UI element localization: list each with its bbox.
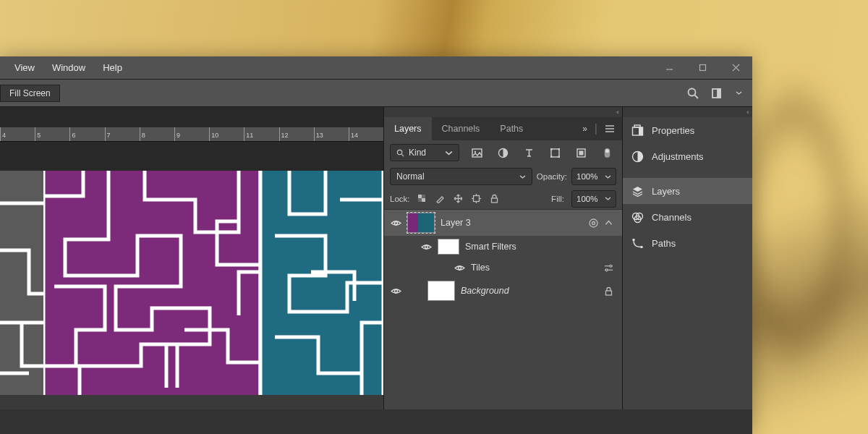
ruler-tick: 6	[69, 127, 104, 141]
layer-filter-row: Kind	[384, 140, 622, 165]
svg-point-46	[610, 265, 612, 267]
chevron-up-icon[interactable]	[604, 218, 613, 228]
side-item-layers[interactable]: Layers	[623, 178, 752, 204]
side-item-paths[interactable]: Paths	[623, 230, 752, 256]
workspace: 4 5 6 7 8 9 10 11 12 13 14	[0, 107, 752, 409]
horizontal-ruler[interactable]: 4 5 6 7 8 9 10 11 12 13 14	[0, 127, 383, 142]
side-item-channels[interactable]: Channels	[623, 204, 752, 230]
panel-collapse-bar[interactable]: ‹‹	[384, 107, 622, 117]
filter-blend-options-icon[interactable]	[604, 263, 613, 273]
menu-help[interactable]: Help	[94, 58, 131, 77]
tab-paths[interactable]: Paths	[490, 117, 533, 140]
maximize-button[interactable]	[686, 58, 719, 78]
channels-icon	[631, 211, 644, 224]
lock-label: Lock:	[390, 195, 410, 203]
ruler-tick: 10	[209, 127, 244, 141]
lock-pixels-icon[interactable]	[435, 194, 445, 203]
ruler-tick: 13	[314, 127, 349, 141]
filter-type-icon[interactable]	[524, 147, 535, 158]
svg-rect-52	[634, 125, 640, 127]
ruler-tick: 5	[35, 127, 69, 141]
layer-thumbnail[interactable]	[427, 281, 455, 301]
svg-rect-49	[606, 291, 612, 295]
lock-position-icon[interactable]	[454, 194, 463, 203]
chevron-down-icon	[605, 195, 611, 202]
layer-item-background[interactable]: Background	[384, 278, 622, 304]
menu-window[interactable]: Window	[43, 58, 94, 77]
ruler-tick: 8	[140, 127, 174, 141]
blend-mode-select[interactable]: Normal	[390, 168, 532, 185]
svg-point-40	[590, 219, 597, 227]
menu-view[interactable]: View	[6, 58, 43, 77]
adjustments-icon	[631, 150, 644, 163]
visibility-toggle[interactable]	[390, 287, 401, 295]
visibility-toggle[interactable]	[454, 264, 465, 272]
svg-point-43	[458, 266, 461, 269]
layer-name[interactable]: Background	[461, 286, 598, 296]
opacity-field[interactable]: 100%	[571, 168, 616, 185]
tab-layers[interactable]: Layers	[384, 117, 432, 140]
layer-item-layer3[interactable]: Layer 3	[384, 210, 622, 236]
svg-rect-1	[699, 65, 705, 71]
tab-channels[interactable]: Channels	[432, 117, 490, 140]
right-icon-panel: ‹‹ Properties Adjustments Layers Channel…	[622, 107, 752, 409]
close-button[interactable]	[719, 58, 752, 78]
workspace-switcher-icon[interactable]	[711, 87, 724, 100]
canvas[interactable]	[0, 171, 383, 409]
svg-rect-38	[491, 198, 497, 203]
lock-artboard-icon[interactable]	[472, 194, 481, 203]
canvas-area: 4 5 6 7 8 9 10 11 12 13 14	[0, 107, 383, 409]
side-item-label: Properties	[652, 125, 694, 136]
lock-row: Lock: Fill: 100%	[384, 188, 622, 210]
lock-icon[interactable]	[604, 286, 613, 296]
fill-field[interactable]: 100%	[571, 190, 616, 208]
chevron-down-icon	[519, 174, 526, 180]
lock-transparency-icon[interactable]	[417, 194, 427, 203]
expand-panel-icon[interactable]: »	[582, 124, 587, 134]
lock-all-icon[interactable]	[490, 194, 499, 203]
chevron-down-icon[interactable]	[736, 90, 742, 96]
minimize-button[interactable]	[652, 58, 686, 78]
filter-kind-label: Kind	[409, 148, 426, 158]
properties-icon	[631, 124, 644, 137]
visibility-toggle[interactable]	[420, 243, 432, 251]
panel-collapse-bar[interactable]: ‹‹	[623, 107, 752, 117]
svg-point-15	[397, 150, 401, 154]
layer-item-smart-filters[interactable]: Smart Filters	[384, 236, 622, 258]
filter-mask-thumbnail[interactable]	[438, 239, 459, 255]
ruler-tick: 4	[0, 127, 35, 141]
filter-toggle-icon[interactable]	[601, 147, 613, 158]
side-item-adjustments[interactable]: Adjustments	[623, 143, 752, 169]
smart-filters-label: Smart Filters	[465, 242, 616, 252]
svg-point-39	[394, 221, 397, 224]
panel-menu-icon[interactable]	[605, 124, 615, 133]
chevron-down-icon	[605, 174, 611, 180]
ruler-tick: 14	[349, 127, 383, 141]
tiles-artwork	[0, 171, 383, 395]
window-controls	[652, 58, 752, 78]
filter-smart-icon[interactable]	[575, 147, 587, 158]
filter-pixel-icon[interactable]	[472, 147, 483, 158]
svg-point-47	[605, 268, 608, 271]
fill-screen-button[interactable]: Fill Screen	[0, 85, 60, 102]
opacity-label: Opacity:	[537, 172, 567, 181]
side-item-properties[interactable]: Properties	[623, 117, 752, 143]
layer-name[interactable]: Layer 3	[441, 218, 583, 228]
svg-rect-29	[418, 195, 422, 198]
paths-icon	[631, 237, 644, 250]
svg-rect-31	[422, 195, 425, 198]
layer-list: Layer 3 Smart Filters Tiles	[384, 210, 622, 409]
filter-adjust-icon[interactable]	[498, 147, 509, 158]
svg-point-48	[394, 289, 397, 292]
filter-shape-icon[interactable]	[549, 147, 561, 158]
filter-kind-select[interactable]: Kind	[390, 144, 459, 161]
search-icon[interactable]	[686, 87, 699, 100]
layer-thumbnail[interactable]	[407, 213, 435, 233]
layer-filter-tiles[interactable]: Tiles	[384, 258, 622, 278]
blend-mode-label: Normal	[396, 171, 425, 182]
svg-rect-51	[639, 127, 643, 135]
menubar: View Window Help	[0, 56, 752, 80]
svg-line-5	[695, 95, 699, 98]
visibility-toggle[interactable]	[390, 219, 401, 227]
svg-rect-21	[550, 148, 553, 150]
